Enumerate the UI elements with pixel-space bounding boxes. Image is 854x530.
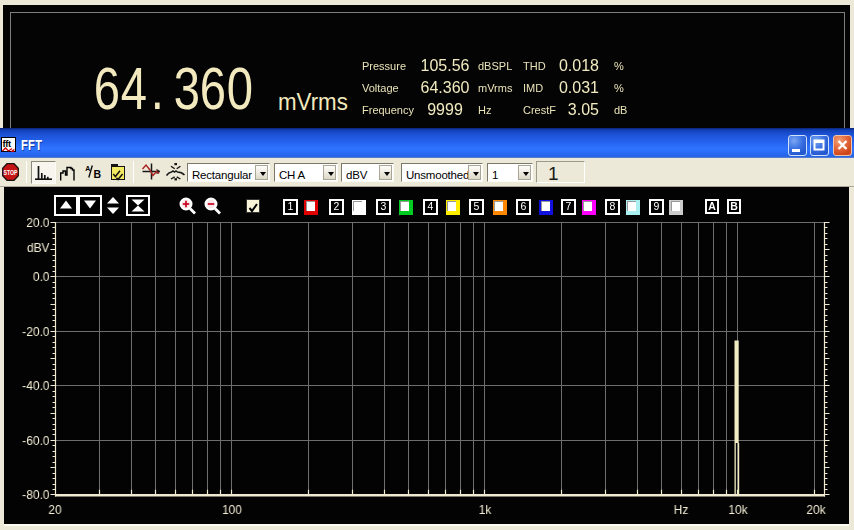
svg-text:A: A: [85, 165, 90, 172]
svg-text:B: B: [94, 168, 102, 180]
svg-text:STOP: STOP: [4, 169, 19, 176]
svg-text:fft: fft: [3, 139, 13, 149]
